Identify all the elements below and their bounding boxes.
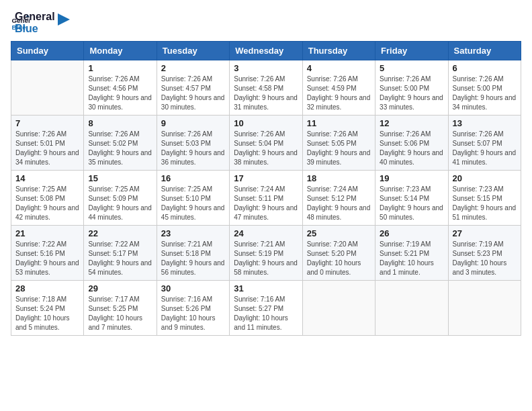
weekday-header-cell: Friday: [375, 42, 448, 60]
day-info: Sunrise: 7:24 AMSunset: 5:11 PMDaylight:…: [234, 185, 298, 222]
calendar-day-cell: 12Sunrise: 7:26 AMSunset: 5:06 PMDayligh…: [375, 116, 448, 171]
calendar-day-cell: 11Sunrise: 7:26 AMSunset: 5:05 PMDayligh…: [302, 116, 375, 171]
day-info: Sunrise: 7:26 AMSunset: 5:04 PMDaylight:…: [234, 130, 298, 167]
day-number: 29: [88, 283, 152, 293]
day-number: 26: [380, 228, 443, 238]
svg-marker-3: [58, 13, 70, 26]
day-number: 12: [380, 118, 443, 128]
day-info: Sunrise: 7:25 AMSunset: 5:08 PMDaylight:…: [15, 185, 79, 222]
logo-line2: Blue: [15, 23, 55, 35]
calendar-day-cell: 10Sunrise: 7:26 AMSunset: 5:04 PMDayligh…: [230, 116, 302, 171]
day-info: Sunrise: 7:18 AMSunset: 5:24 PMDaylight:…: [15, 295, 79, 332]
day-info: Sunrise: 7:26 AMSunset: 5:05 PMDaylight:…: [307, 130, 371, 167]
day-info: Sunrise: 7:26 AMSunset: 5:01 PMDaylight:…: [15, 130, 79, 167]
calendar-day-cell: 16Sunrise: 7:25 AMSunset: 5:10 PMDayligh…: [157, 171, 229, 226]
day-info: Sunrise: 7:26 AMSunset: 5:02 PMDaylight:…: [88, 130, 152, 167]
calendar-day-cell: [448, 281, 521, 336]
day-number: 14: [15, 173, 79, 183]
calendar-day-cell: 23Sunrise: 7:21 AMSunset: 5:18 PMDayligh…: [157, 226, 229, 281]
header: General Blue General Blue: [11, 11, 521, 34]
day-info: Sunrise: 7:20 AMSunset: 5:20 PMDaylight:…: [307, 240, 371, 277]
calendar-day-cell: 14Sunrise: 7:25 AMSunset: 5:08 PMDayligh…: [11, 171, 84, 226]
day-number: 2: [161, 63, 225, 73]
day-number: 30: [161, 283, 225, 293]
day-info: Sunrise: 7:16 AMSunset: 5:26 PMDaylight:…: [161, 295, 225, 332]
calendar-day-cell: [302, 281, 375, 336]
day-number: 19: [380, 173, 443, 183]
calendar-day-cell: 1Sunrise: 7:26 AMSunset: 4:56 PMDaylight…: [84, 60, 157, 116]
calendar-day-cell: 7Sunrise: 7:26 AMSunset: 5:01 PMDaylight…: [11, 116, 84, 171]
calendar-day-cell: 28Sunrise: 7:18 AMSunset: 5:24 PMDayligh…: [11, 281, 84, 336]
day-info: Sunrise: 7:21 AMSunset: 5:19 PMDaylight:…: [234, 240, 298, 277]
calendar-week-row: 21Sunrise: 7:22 AMSunset: 5:16 PMDayligh…: [11, 226, 521, 281]
day-number: 21: [15, 228, 79, 238]
calendar-day-cell: 2Sunrise: 7:26 AMSunset: 4:57 PMDaylight…: [157, 60, 229, 116]
day-info: Sunrise: 7:23 AMSunset: 5:14 PMDaylight:…: [380, 185, 443, 222]
day-info: Sunrise: 7:25 AMSunset: 5:09 PMDaylight:…: [88, 185, 152, 222]
day-info: Sunrise: 7:26 AMSunset: 4:57 PMDaylight:…: [161, 75, 225, 112]
weekday-header-cell: Monday: [84, 42, 157, 60]
day-info: Sunrise: 7:24 AMSunset: 5:12 PMDaylight:…: [307, 185, 371, 222]
day-info: Sunrise: 7:25 AMSunset: 5:10 PMDaylight:…: [161, 185, 225, 222]
day-info: Sunrise: 7:21 AMSunset: 5:18 PMDaylight:…: [161, 240, 225, 277]
day-number: 10: [234, 118, 298, 128]
day-number: 15: [88, 173, 152, 183]
day-info: Sunrise: 7:26 AMSunset: 5:00 PMDaylight:…: [453, 75, 517, 112]
logo-line1: General: [15, 11, 55, 23]
day-number: 16: [161, 173, 225, 183]
day-info: Sunrise: 7:26 AMSunset: 4:56 PMDaylight:…: [88, 75, 152, 112]
weekday-header-cell: Sunday: [11, 42, 84, 60]
day-number: 5: [380, 63, 443, 73]
calendar-day-cell: 4Sunrise: 7:26 AMSunset: 4:59 PMDaylight…: [302, 60, 375, 116]
calendar-day-cell: 5Sunrise: 7:26 AMSunset: 5:00 PMDaylight…: [375, 60, 448, 116]
day-info: Sunrise: 7:26 AMSunset: 5:03 PMDaylight:…: [161, 130, 225, 167]
logo: General Blue General Blue: [11, 11, 70, 34]
calendar-day-cell: 20Sunrise: 7:23 AMSunset: 5:15 PMDayligh…: [448, 171, 521, 226]
day-number: 7: [15, 118, 79, 128]
day-info: Sunrise: 7:16 AMSunset: 5:27 PMDaylight:…: [234, 295, 298, 332]
calendar-day-cell: 26Sunrise: 7:19 AMSunset: 5:21 PMDayligh…: [375, 226, 448, 281]
day-number: 6: [453, 63, 517, 73]
day-number: 28: [15, 283, 79, 293]
day-number: 31: [234, 283, 298, 293]
calendar-day-cell: [375, 281, 448, 336]
calendar-day-cell: 25Sunrise: 7:20 AMSunset: 5:20 PMDayligh…: [302, 226, 375, 281]
calendar-day-cell: 6Sunrise: 7:26 AMSunset: 5:00 PMDaylight…: [448, 60, 521, 116]
day-info: Sunrise: 7:23 AMSunset: 5:15 PMDaylight:…: [453, 185, 517, 222]
day-number: 4: [307, 63, 371, 73]
weekday-header-cell: Thursday: [302, 42, 375, 60]
day-info: Sunrise: 7:26 AMSunset: 5:06 PMDaylight:…: [380, 130, 443, 167]
calendar-day-cell: 31Sunrise: 7:16 AMSunset: 5:27 PMDayligh…: [230, 281, 302, 336]
logo-arrow-icon: [58, 13, 70, 26]
day-info: Sunrise: 7:26 AMSunset: 4:59 PMDaylight:…: [307, 75, 371, 112]
day-number: 8: [88, 118, 152, 128]
day-number: 25: [307, 228, 371, 238]
calendar-day-cell: 27Sunrise: 7:19 AMSunset: 5:23 PMDayligh…: [448, 226, 521, 281]
calendar-day-cell: 3Sunrise: 7:26 AMSunset: 4:58 PMDaylight…: [230, 60, 302, 116]
day-number: 27: [453, 228, 517, 238]
weekday-header-row: SundayMondayTuesdayWednesdayThursdayFrid…: [11, 42, 521, 60]
calendar-table: SundayMondayTuesdayWednesdayThursdayFrid…: [11, 41, 521, 336]
calendar-day-cell: 30Sunrise: 7:16 AMSunset: 5:26 PMDayligh…: [157, 281, 229, 336]
calendar-day-cell: 24Sunrise: 7:21 AMSunset: 5:19 PMDayligh…: [230, 226, 302, 281]
calendar-day-cell: 18Sunrise: 7:24 AMSunset: 5:12 PMDayligh…: [302, 171, 375, 226]
day-info: Sunrise: 7:22 AMSunset: 5:16 PMDaylight:…: [15, 240, 79, 277]
day-number: 24: [234, 228, 298, 238]
day-number: 17: [234, 173, 298, 183]
day-number: 11: [307, 118, 371, 128]
weekday-header-cell: Saturday: [448, 42, 521, 60]
calendar-week-row: 28Sunrise: 7:18 AMSunset: 5:24 PMDayligh…: [11, 281, 521, 336]
day-number: 3: [234, 63, 298, 73]
calendar-body: 1Sunrise: 7:26 AMSunset: 4:56 PMDaylight…: [11, 60, 521, 336]
day-number: 18: [307, 173, 371, 183]
calendar-day-cell: 9Sunrise: 7:26 AMSunset: 5:03 PMDaylight…: [157, 116, 229, 171]
calendar-day-cell: 22Sunrise: 7:22 AMSunset: 5:17 PMDayligh…: [84, 226, 157, 281]
calendar-week-row: 14Sunrise: 7:25 AMSunset: 5:08 PMDayligh…: [11, 171, 521, 226]
day-info: Sunrise: 7:26 AMSunset: 5:00 PMDaylight:…: [380, 75, 443, 112]
calendar-day-cell: 29Sunrise: 7:17 AMSunset: 5:25 PMDayligh…: [84, 281, 157, 336]
day-number: 13: [453, 118, 517, 128]
calendar-day-cell: [11, 60, 84, 116]
day-info: Sunrise: 7:26 AMSunset: 5:07 PMDaylight:…: [453, 130, 517, 167]
calendar-week-row: 7Sunrise: 7:26 AMSunset: 5:01 PMDaylight…: [11, 116, 521, 171]
calendar-day-cell: 19Sunrise: 7:23 AMSunset: 5:14 PMDayligh…: [375, 171, 448, 226]
